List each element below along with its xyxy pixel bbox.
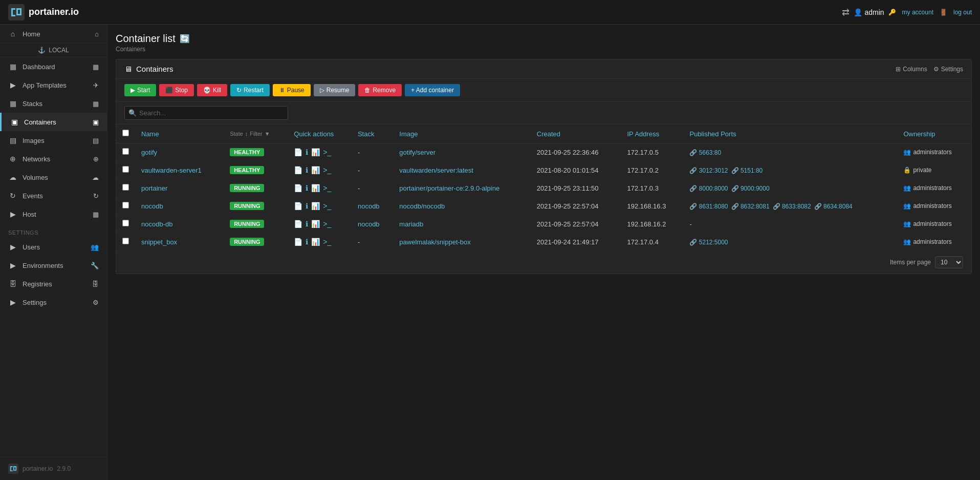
col-state[interactable]: State ↕ Filter ▼ [224,124,288,143]
logs-icon[interactable]: 📄 [294,166,302,174]
logs-icon[interactable]: 📄 [294,238,302,246]
columns-button[interactable]: ⊞ Columns [896,66,927,73]
restart-button[interactable]: ↻ Restart [230,84,270,96]
host-icon: ▦ [93,211,99,218]
remove-button[interactable]: 🗑 Remove [358,84,402,96]
local-label: LOCAL [49,47,69,54]
sidebar-item-networks[interactable]: ⊕ Networks ⊕ [0,150,107,168]
logs-icon[interactable]: 📄 [294,148,302,156]
sidebar-item-containers[interactable]: ▣ Containers ▣ [0,113,107,131]
stats-icon[interactable]: 📊 [311,148,320,156]
console-icon[interactable]: >_ [323,148,331,156]
image-link[interactable]: portainer/portainer-ce:2.9.0-alpine [399,184,499,192]
console-icon[interactable]: >_ [323,220,331,228]
col-ports[interactable]: Published Ports [683,124,897,143]
console-icon[interactable]: >_ [323,238,331,246]
ownership-cell: 👥 administrators [897,215,971,233]
sidebar-item-stacks[interactable]: ▦ Stacks ▦ [0,94,107,113]
col-image[interactable]: Image [393,124,530,143]
user-links[interactable]: 🔑 my account 🚪 log out [888,9,972,16]
kill-button[interactable]: 💀 Kill [197,84,227,96]
container-name-link[interactable]: nocodb [141,202,163,210]
logs-icon[interactable]: 📄 [294,202,302,210]
row-checkbox-1[interactable] [122,166,129,173]
start-button[interactable]: ▶ Start [124,84,156,96]
stats-icon[interactable]: 📊 [311,238,320,246]
container-name-link[interactable]: portainer [141,184,167,192]
refresh-icon[interactable]: 🔄 [180,34,190,44]
stats-icon[interactable]: 📊 [311,220,320,228]
col-ownership[interactable]: Ownership [897,124,971,143]
inspect-icon[interactable]: ℹ [306,238,308,246]
image-link[interactable]: vaultwarden/server:latest [399,166,473,174]
sidebar-item-users[interactable]: ▶ Users 👥 [0,238,107,256]
port-link[interactable]: 🔗 5663:80 [689,149,721,156]
log-out-link[interactable]: log out [953,9,972,16]
container-name-link[interactable]: nocodb-db [141,220,172,228]
sidebar-item-images[interactable]: ▤ Images ▤ [0,131,107,150]
image-link[interactable]: gotify/server [399,149,435,156]
stats-icon[interactable]: 📊 [311,166,320,174]
settings-button[interactable]: ⚙ Settings [933,66,963,73]
stats-icon[interactable]: 📊 [311,184,320,192]
inspect-icon[interactable]: ℹ [306,148,308,156]
console-icon[interactable]: >_ [323,166,331,174]
sidebar-item-environments[interactable]: ▶ Environments 🔧 [0,256,107,275]
port-link[interactable]: 🔗 5212:5000 [689,239,728,246]
resume-button[interactable]: ▷ Resume [314,84,356,96]
port-link[interactable]: 🔗 8000:8000 [689,185,728,192]
row-checkbox-5[interactable] [122,238,129,244]
port-link[interactable]: 🔗 9000:9000 [731,185,770,192]
row-checkbox-2[interactable] [122,184,129,191]
console-icon[interactable]: >_ [323,202,331,210]
ownership-label: administrators [913,220,951,227]
stack-link[interactable]: nocodb [358,202,380,210]
inspect-icon[interactable]: ℹ [306,166,308,174]
stats-icon[interactable]: 📊 [311,202,320,210]
col-created[interactable]: Created [531,124,621,143]
sidebar-item-settings[interactable]: ▶ Settings ⚙ [0,293,107,311]
port-link[interactable]: 🔗 5151:80 [731,167,763,174]
col-stack[interactable]: Stack [352,124,393,143]
my-account-link[interactable]: my account [902,9,933,16]
add-container-button[interactable]: + Add container [405,84,460,96]
sidebar-item-events[interactable]: ↻ Events ↻ [0,186,107,205]
col-ip[interactable]: IP Address [621,124,684,143]
sidebar-item-dashboard[interactable]: ▦ Dashboard ▦ [0,57,107,76]
row-checkbox-4[interactable] [122,220,129,226]
logs-icon[interactable]: 📄 [294,220,302,228]
inspect-icon[interactable]: ℹ [306,184,308,192]
row-checkbox-0[interactable] [122,148,129,155]
image-link[interactable]: nocodb/nocodb [399,202,445,210]
pause-button[interactable]: ⏸ Pause [273,84,311,96]
action-bar: ▶ Start ⬛ Stop 💀 Kill ↻ Restart ⏸ Pau [116,79,971,102]
state-badge: running [230,202,264,210]
port-link[interactable]: 🔗 8633:8082 [773,203,811,210]
container-name-link[interactable]: vaultwarden-server1 [141,166,202,174]
col-name[interactable]: Name [135,124,224,143]
row-checkbox-3[interactable] [122,202,129,208]
items-per-page-select[interactable]: 10 25 50 100 [935,256,963,268]
sidebar-item-app-templates[interactable]: ▶ App Templates ✈ [0,76,107,94]
logs-icon[interactable]: 📄 [294,184,302,192]
port-link[interactable]: 🔗 8632:8081 [731,203,770,210]
container-name-link[interactable]: gotify [141,149,157,156]
port-link[interactable]: 🔗 3012:3012 [689,167,728,174]
sidebar-item-host[interactable]: ▶ Host ▦ [0,205,107,223]
console-icon[interactable]: >_ [323,184,331,192]
stop-button[interactable]: ⬛ Stop [159,84,194,96]
image-link[interactable]: mariadb [399,220,423,228]
container-name-link[interactable]: snippet_box [141,238,177,246]
port-link[interactable]: 🔗 8631:8080 [689,203,728,210]
sidebar-item-registries[interactable]: 🗄 Registries 🗄 [0,275,107,293]
sidebar-item-volumes[interactable]: ☁ Volumes ☁ [0,168,107,186]
inspect-icon[interactable]: ℹ [306,220,308,228]
image-link[interactable]: pawelmalak/snippet-box [399,238,470,246]
sidebar-item-images-label: Images [23,137,45,144]
search-input[interactable] [124,106,288,120]
stack-link[interactable]: nocodb [358,220,380,228]
inspect-icon[interactable]: ℹ [306,202,308,210]
sidebar-item-home[interactable]: ⌂ Home ⌂ [0,25,107,43]
select-all-checkbox[interactable] [122,130,129,136]
port-link[interactable]: 🔗 8634:8084 [814,203,853,210]
